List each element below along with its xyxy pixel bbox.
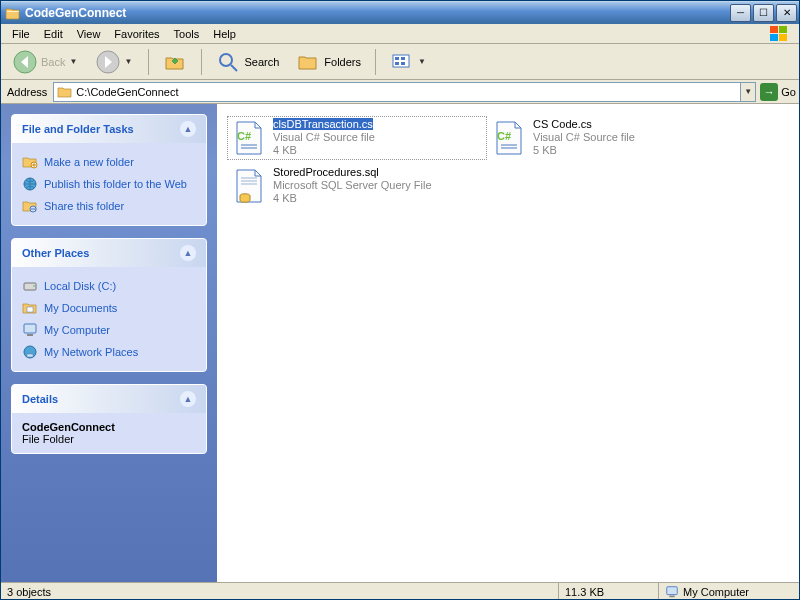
forward-button[interactable]: ▼ (89, 48, 141, 76)
menu-favorites[interactable]: Favorites (107, 26, 166, 42)
back-label: Back (41, 56, 65, 68)
file-item[interactable]: StoredProcedures.sqlMicrosoft SQL Server… (227, 164, 487, 208)
cs-file-icon: C# (229, 118, 269, 158)
file-type: Visual C# Source file (533, 131, 635, 143)
share-folder-icon (22, 198, 38, 214)
collapse-icon[interactable]: ▲ (180, 121, 196, 137)
file-folder-tasks-box: File and Folder Tasks ▲ Make a new folde… (11, 114, 207, 226)
place-label: My Network Places (44, 346, 138, 358)
windows-flag-icon (763, 25, 795, 43)
views-button[interactable]: ▼ (383, 48, 435, 76)
go-button[interactable]: → Go (760, 83, 796, 101)
svg-rect-12 (401, 62, 405, 65)
docs-icon (22, 300, 38, 316)
minimize-button[interactable]: ─ (730, 4, 751, 22)
svg-rect-1 (779, 26, 787, 33)
collapse-icon[interactable]: ▲ (180, 245, 196, 261)
window-title: CodeGenConnect (25, 6, 730, 20)
folders-label: Folders (324, 56, 361, 68)
chevron-down-icon: ▼ (69, 57, 79, 66)
svg-text:C#: C# (497, 130, 511, 142)
svg-rect-11 (395, 62, 399, 65)
collapse-icon[interactable]: ▲ (180, 391, 196, 407)
svg-point-6 (220, 54, 232, 66)
place-item[interactable]: My Network Places (22, 341, 196, 363)
svg-rect-34 (669, 595, 674, 597)
places-header[interactable]: Other Places ▲ (12, 239, 206, 267)
file-name: StoredProcedures.sql (273, 166, 379, 178)
forward-arrow-icon (96, 50, 120, 74)
file-size: 4 KB (273, 192, 297, 204)
chevron-down-icon: ▼ (418, 57, 428, 66)
details-type: File Folder (22, 433, 196, 445)
file-item[interactable]: C#CS Code.csVisual C# Source file5 KB (487, 116, 747, 160)
svg-point-17 (33, 285, 35, 287)
address-dropdown[interactable]: ▼ (740, 83, 755, 101)
svg-rect-2 (770, 34, 778, 41)
place-label: Local Disk (C:) (44, 280, 116, 292)
address-input[interactable] (76, 83, 740, 101)
svg-rect-18 (27, 307, 33, 312)
task-item[interactable]: Publish this folder to the Web (22, 173, 196, 195)
back-button[interactable]: Back ▼ (6, 48, 86, 76)
task-item[interactable]: Share this folder (22, 195, 196, 217)
place-item[interactable]: My Computer (22, 319, 196, 341)
file-list-pane[interactable]: C#clsDBTransaction.csVisual C# Source fi… (217, 104, 799, 582)
tasks-title: File and Folder Tasks (22, 123, 134, 135)
folder-open-icon (5, 5, 21, 21)
close-button[interactable]: ✕ (776, 4, 797, 22)
chevron-down-icon: ▼ (124, 57, 134, 66)
details-box: Details ▲ CodeGenConnect File Folder (11, 384, 207, 454)
computer-icon (665, 585, 679, 599)
other-places-box: Other Places ▲ Local Disk (C:)My Documen… (11, 238, 207, 372)
place-item[interactable]: Local Disk (C:) (22, 275, 196, 297)
menu-help[interactable]: Help (206, 26, 243, 42)
svg-rect-33 (667, 586, 678, 594)
file-item[interactable]: C#clsDBTransaction.csVisual C# Source fi… (227, 116, 487, 160)
task-item[interactable]: Make a new folder (22, 151, 196, 173)
folder-up-icon (163, 50, 187, 74)
svg-rect-9 (395, 57, 399, 60)
status-size: 11.3 KB (559, 583, 659, 600)
place-label: My Documents (44, 302, 117, 314)
separator (201, 49, 202, 75)
title-bar: CodeGenConnect ─ ☐ ✕ (1, 1, 799, 24)
folder-new-icon (22, 154, 38, 170)
views-icon (390, 50, 414, 74)
search-label: Search (244, 56, 279, 68)
svg-rect-0 (770, 26, 778, 33)
status-zone: My Computer (659, 583, 799, 600)
svg-rect-22 (27, 354, 33, 357)
svg-rect-19 (24, 324, 36, 333)
task-label: Share this folder (44, 200, 124, 212)
svg-text:C#: C# (237, 130, 251, 142)
globe-icon (22, 176, 38, 192)
tasks-header[interactable]: File and Folder Tasks ▲ (12, 115, 206, 143)
sql-file-icon (229, 166, 269, 206)
file-size: 5 KB (533, 144, 557, 156)
computer-icon (22, 322, 38, 338)
folders-button[interactable]: Folders (289, 48, 368, 76)
file-name: clsDBTransaction.cs (273, 118, 373, 130)
network-icon (22, 344, 38, 360)
place-label: My Computer (44, 324, 110, 336)
address-label: Address (7, 86, 49, 98)
maximize-button[interactable]: ☐ (753, 4, 774, 22)
search-button[interactable]: Search (209, 48, 286, 76)
details-name: CodeGenConnect (22, 421, 115, 433)
menu-view[interactable]: View (70, 26, 108, 42)
place-item[interactable]: My Documents (22, 297, 196, 319)
up-button[interactable] (156, 48, 194, 76)
menu-edit[interactable]: Edit (37, 26, 70, 42)
cs-file-icon: C# (489, 118, 529, 158)
file-name: CS Code.cs (533, 118, 592, 130)
status-zone-label: My Computer (683, 586, 749, 598)
menu-file[interactable]: File (5, 26, 37, 42)
svg-line-7 (231, 65, 237, 71)
separator (375, 49, 376, 75)
task-label: Make a new folder (44, 156, 134, 168)
details-header[interactable]: Details ▲ (12, 385, 206, 413)
menu-tools[interactable]: Tools (167, 26, 207, 42)
address-field[interactable]: ▼ (53, 82, 756, 102)
disk-icon (22, 278, 38, 294)
